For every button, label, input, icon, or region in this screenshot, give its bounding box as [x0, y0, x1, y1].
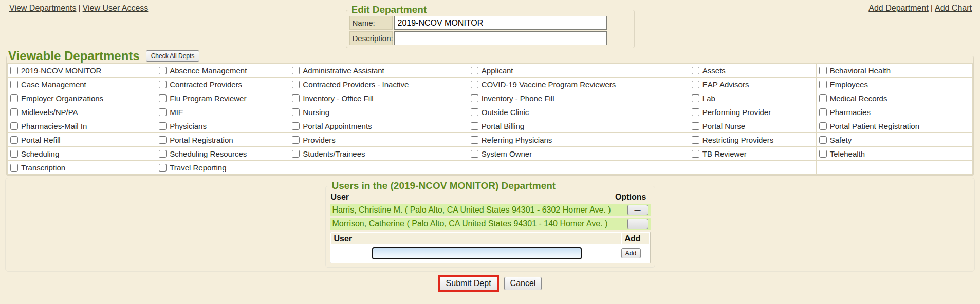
dept-checkbox[interactable]: [159, 81, 167, 88]
dept-checkbox[interactable]: [692, 122, 699, 130]
dept-checkbox[interactable]: [159, 164, 167, 172]
dept-option[interactable]: Referring Physicians: [471, 136, 688, 144]
dept-checkbox[interactable]: [292, 150, 300, 158]
description-input[interactable]: [394, 31, 607, 45]
dept-option[interactable]: Providers: [292, 136, 466, 144]
dept-option[interactable]: Employer Organizations: [10, 94, 155, 103]
dept-option[interactable]: Physicians: [159, 122, 288, 130]
dept-checkbox[interactable]: [159, 108, 167, 116]
dept-checkbox[interactable]: [159, 150, 167, 158]
dept-option[interactable]: Contracted Providers: [159, 80, 288, 89]
dept-option[interactable]: Nursing: [292, 108, 466, 117]
view-user-access-link[interactable]: View User Access: [83, 4, 149, 12]
dept-option[interactable]: TB Reviewer: [692, 149, 815, 158]
dept-checkbox[interactable]: [10, 67, 18, 74]
dept-option[interactable]: Performing Provider: [692, 108, 815, 117]
dept-option[interactable]: Portal Registration: [159, 136, 288, 144]
dept-option[interactable]: Safety: [819, 136, 971, 144]
user-search-input[interactable]: [372, 247, 582, 259]
dept-option[interactable]: Travel Reporting: [159, 163, 288, 172]
dept-option[interactable]: Telehealth: [819, 149, 971, 158]
remove-user-button[interactable]: —: [627, 205, 648, 215]
dept-option[interactable]: Pharmacies-Mail In: [10, 122, 155, 130]
dept-checkbox[interactable]: [10, 164, 18, 172]
dept-option[interactable]: MIE: [159, 108, 288, 117]
dept-checkbox[interactable]: [471, 67, 478, 74]
dept-checkbox[interactable]: [819, 122, 827, 130]
dept-option[interactable]: Behavioral Health: [819, 66, 971, 75]
dept-checkbox[interactable]: [159, 67, 167, 74]
dept-checkbox[interactable]: [471, 122, 478, 130]
dept-checkbox[interactable]: [159, 122, 167, 130]
dept-checkbox[interactable]: [471, 108, 478, 116]
submit-dept-button[interactable]: Submit Dept: [440, 277, 497, 290]
dept-checkbox[interactable]: [292, 81, 300, 88]
dept-checkbox[interactable]: [471, 136, 478, 144]
dept-option[interactable]: Inventory - Phone Fill: [471, 94, 688, 103]
dept-option[interactable]: Scheduling: [10, 149, 155, 158]
dept-option[interactable]: Portal Billing: [471, 122, 688, 130]
dept-option[interactable]: Portal Appointments: [292, 122, 466, 130]
dept-checkbox[interactable]: [819, 67, 827, 74]
view-departments-link[interactable]: View Departments: [9, 4, 76, 12]
dept-option[interactable]: Contracted Providers - Inactive: [292, 80, 466, 89]
dept-checkbox[interactable]: [471, 150, 478, 158]
dept-option[interactable]: Flu Program Reviewer: [159, 94, 288, 103]
dept-checkbox[interactable]: [692, 136, 699, 144]
dept-option[interactable]: Absence Management: [159, 66, 288, 75]
dept-checkbox[interactable]: [692, 150, 699, 158]
dept-option[interactable]: Employees: [819, 80, 971, 89]
dept-checkbox[interactable]: [692, 94, 699, 102]
dept-checkbox[interactable]: [10, 136, 18, 144]
dept-option[interactable]: System Owner: [471, 149, 688, 158]
dept-option[interactable]: Lab: [692, 94, 815, 103]
dept-checkbox[interactable]: [292, 108, 300, 116]
add-department-link[interactable]: Add Department: [868, 4, 929, 12]
dept-option[interactable]: Outside Clinic: [471, 108, 688, 117]
dept-checkbox[interactable]: [10, 122, 18, 130]
dept-checkbox[interactable]: [159, 94, 167, 102]
dept-option[interactable]: COVID-19 Vaccine Program Reviewers: [471, 80, 688, 89]
dept-checkbox[interactable]: [10, 108, 18, 116]
dept-option[interactable]: Pharmacies: [819, 108, 971, 117]
dept-option[interactable]: Inventory - Office Fill: [292, 94, 466, 103]
name-input[interactable]: [394, 16, 607, 30]
dept-option[interactable]: Case Management: [10, 80, 155, 89]
dept-checkbox[interactable]: [10, 150, 18, 158]
dept-checkbox[interactable]: [471, 81, 478, 88]
dept-option[interactable]: Administrative Assistant: [292, 66, 466, 75]
add-user-button[interactable]: Add: [621, 248, 641, 258]
dept-checkbox[interactable]: [10, 94, 18, 102]
dept-option[interactable]: Restricting Providers: [692, 136, 815, 144]
dept-checkbox[interactable]: [692, 108, 699, 116]
dept-checkbox[interactable]: [292, 122, 300, 130]
dept-option[interactable]: Assets: [692, 66, 815, 75]
dept-option[interactable]: Midlevels/NP/PA: [10, 108, 155, 117]
dept-checkbox[interactable]: [471, 94, 478, 102]
dept-checkbox[interactable]: [819, 136, 827, 144]
dept-checkbox[interactable]: [692, 81, 699, 88]
dept-checkbox[interactable]: [819, 81, 827, 88]
add-chart-link[interactable]: Add Chart: [935, 4, 972, 12]
dept-checkbox[interactable]: [292, 67, 300, 74]
dept-option[interactable]: Students/Trainees: [292, 149, 466, 158]
dept-checkbox[interactable]: [292, 94, 300, 102]
dept-checkbox[interactable]: [159, 136, 167, 144]
dept-checkbox[interactable]: [292, 136, 300, 144]
dept-option[interactable]: EAP Advisors: [692, 80, 815, 89]
dept-checkbox[interactable]: [819, 108, 827, 116]
dept-option[interactable]: Portal Patient Registration: [819, 122, 971, 130]
dept-option[interactable]: Portal Nurse: [692, 122, 815, 130]
dept-option[interactable]: Medical Records: [819, 94, 971, 103]
remove-user-button[interactable]: —: [627, 219, 648, 229]
dept-checkbox[interactable]: [819, 94, 827, 102]
dept-option[interactable]: Transcription: [10, 163, 155, 172]
dept-option[interactable]: Portal Refill: [10, 136, 155, 144]
dept-checkbox[interactable]: [10, 81, 18, 88]
dept-option[interactable]: Scheduling Resources: [159, 149, 288, 158]
check-all-depts-button[interactable]: Check All Depts: [146, 50, 200, 62]
cancel-button[interactable]: Cancel: [504, 277, 542, 290]
dept-checkbox[interactable]: [819, 150, 827, 158]
dept-option[interactable]: Applicant: [471, 66, 688, 75]
dept-checkbox[interactable]: [692, 67, 699, 74]
